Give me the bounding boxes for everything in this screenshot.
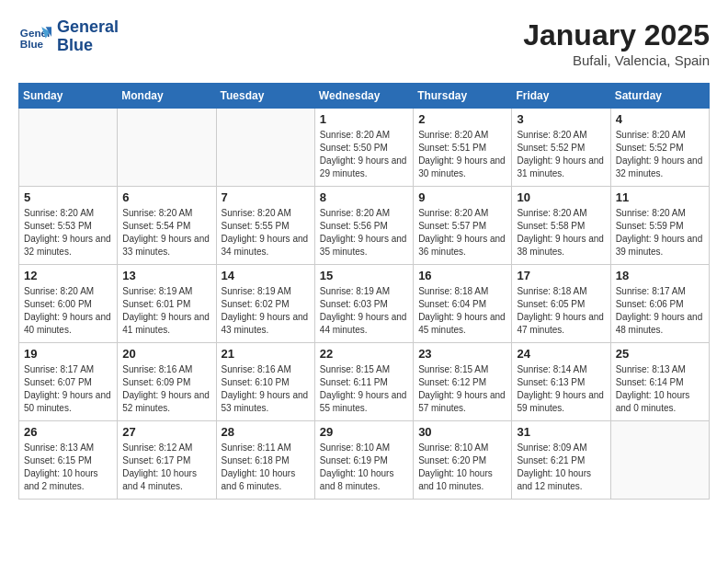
calendar-cell: 17Sunrise: 8:18 AM Sunset: 6:05 PM Dayli…	[512, 265, 610, 343]
day-info: Sunrise: 8:18 AM Sunset: 6:04 PM Dayligh…	[418, 285, 506, 337]
calendar-cell: 24Sunrise: 8:14 AM Sunset: 6:13 PM Dayli…	[512, 343, 610, 421]
calendar-cell: 10Sunrise: 8:20 AM Sunset: 5:58 PM Dayli…	[512, 187, 610, 265]
calendar-cell: 21Sunrise: 8:16 AM Sunset: 6:10 PM Dayli…	[216, 343, 314, 421]
day-number: 6	[122, 190, 210, 204]
day-info: Sunrise: 8:20 AM Sunset: 5:56 PM Dayligh…	[320, 207, 408, 259]
month-title: January 2025	[523, 18, 710, 52]
day-number: 28	[222, 425, 310, 439]
calendar-cell	[216, 109, 314, 187]
calendar-cell	[118, 109, 216, 187]
calendar-cell: 29Sunrise: 8:10 AM Sunset: 6:19 PM Dayli…	[314, 421, 413, 500]
calendar-cell: 4Sunrise: 8:20 AM Sunset: 5:52 PM Daylig…	[610, 109, 709, 187]
day-info: Sunrise: 8:11 AM Sunset: 6:18 PM Dayligh…	[222, 442, 310, 493]
calendar-cell: 8Sunrise: 8:20 AM Sunset: 5:56 PM Daylig…	[314, 187, 413, 265]
week-row-3: 12Sunrise: 8:20 AM Sunset: 6:00 PM Dayli…	[19, 265, 710, 343]
week-row-4: 19Sunrise: 8:17 AM Sunset: 6:07 PM Dayli…	[19, 343, 710, 421]
day-number: 13	[122, 269, 210, 282]
day-number: 30	[418, 425, 506, 439]
calendar-cell: 31Sunrise: 8:09 AM Sunset: 6:21 PM Dayli…	[512, 421, 610, 500]
day-info: Sunrise: 8:20 AM Sunset: 5:51 PM Dayligh…	[418, 129, 506, 180]
day-info: Sunrise: 8:20 AM Sunset: 5:54 PM Dayligh…	[122, 207, 210, 259]
calendar-cell: 3Sunrise: 8:20 AM Sunset: 5:52 PM Daylig…	[512, 109, 610, 187]
calendar-cell: 11Sunrise: 8:20 AM Sunset: 5:59 PM Dayli…	[610, 187, 709, 265]
day-info: Sunrise: 8:19 AM Sunset: 6:02 PM Dayligh…	[222, 285, 310, 337]
calendar-cell: 30Sunrise: 8:10 AM Sunset: 6:20 PM Dayli…	[414, 421, 512, 500]
calendar-cell: 16Sunrise: 8:18 AM Sunset: 6:04 PM Dayli…	[414, 265, 512, 343]
calendar-cell: 23Sunrise: 8:15 AM Sunset: 6:12 PM Dayli…	[414, 343, 512, 421]
calendar-cell: 7Sunrise: 8:20 AM Sunset: 5:55 PM Daylig…	[216, 187, 314, 265]
calendar-cell: 1Sunrise: 8:20 AM Sunset: 5:50 PM Daylig…	[314, 109, 413, 187]
day-number: 4	[616, 112, 704, 126]
calendar-cell: 19Sunrise: 8:17 AM Sunset: 6:07 PM Dayli…	[19, 343, 118, 421]
day-info: Sunrise: 8:10 AM Sunset: 6:19 PM Dayligh…	[320, 442, 408, 493]
day-number: 7	[222, 190, 310, 204]
day-info: Sunrise: 8:15 AM Sunset: 6:12 PM Dayligh…	[418, 363, 506, 415]
day-number: 23	[418, 347, 506, 361]
day-info: Sunrise: 8:13 AM Sunset: 6:14 PM Dayligh…	[616, 363, 704, 415]
day-header-friday: Friday	[512, 84, 610, 109]
day-number: 15	[320, 269, 408, 282]
day-info: Sunrise: 8:16 AM Sunset: 6:09 PM Dayligh…	[122, 363, 210, 415]
calendar-cell: 22Sunrise: 8:15 AM Sunset: 6:11 PM Dayli…	[314, 343, 413, 421]
day-number: 25	[616, 347, 704, 361]
day-number: 19	[24, 347, 112, 361]
day-info: Sunrise: 8:20 AM Sunset: 5:57 PM Dayligh…	[418, 207, 506, 259]
day-info: Sunrise: 8:20 AM Sunset: 5:58 PM Dayligh…	[517, 207, 605, 259]
calendar-cell: 14Sunrise: 8:19 AM Sunset: 6:02 PM Dayli…	[216, 265, 314, 343]
calendar-cell: 26Sunrise: 8:13 AM Sunset: 6:15 PM Dayli…	[19, 421, 118, 500]
day-info: Sunrise: 8:20 AM Sunset: 5:55 PM Dayligh…	[222, 207, 310, 259]
logo-icon: General Blue	[18, 20, 51, 53]
day-info: Sunrise: 8:16 AM Sunset: 6:10 PM Dayligh…	[222, 363, 310, 415]
day-info: Sunrise: 8:18 AM Sunset: 6:05 PM Dayligh…	[517, 285, 605, 337]
title-block: January 2025 Bufali, Valencia, Spain	[523, 18, 710, 68]
day-info: Sunrise: 8:15 AM Sunset: 6:11 PM Dayligh…	[320, 363, 408, 415]
day-number: 26	[24, 425, 112, 439]
day-info: Sunrise: 8:20 AM Sunset: 5:50 PM Dayligh…	[320, 129, 408, 180]
day-info: Sunrise: 8:17 AM Sunset: 6:06 PM Dayligh…	[616, 285, 704, 337]
day-number: 20	[122, 347, 210, 361]
calendar-cell: 15Sunrise: 8:19 AM Sunset: 6:03 PM Dayli…	[314, 265, 413, 343]
calendar-cell: 25Sunrise: 8:13 AM Sunset: 6:14 PM Dayli…	[610, 343, 709, 421]
week-row-1: 1Sunrise: 8:20 AM Sunset: 5:50 PM Daylig…	[19, 109, 710, 187]
calendar-header-row: SundayMondayTuesdayWednesdayThursdayFrid…	[19, 84, 710, 109]
day-info: Sunrise: 8:20 AM Sunset: 6:00 PM Dayligh…	[24, 285, 112, 337]
day-number: 22	[320, 347, 408, 361]
day-info: Sunrise: 8:20 AM Sunset: 5:53 PM Dayligh…	[24, 207, 112, 259]
calendar-cell: 6Sunrise: 8:20 AM Sunset: 5:54 PM Daylig…	[118, 187, 216, 265]
day-info: Sunrise: 8:12 AM Sunset: 6:17 PM Dayligh…	[122, 442, 210, 493]
day-info: Sunrise: 8:17 AM Sunset: 6:07 PM Dayligh…	[24, 363, 112, 415]
day-number: 2	[418, 112, 506, 126]
day-number: 8	[320, 190, 408, 204]
calendar-cell: 9Sunrise: 8:20 AM Sunset: 5:57 PM Daylig…	[414, 187, 512, 265]
day-number: 27	[122, 425, 210, 439]
day-number: 10	[517, 190, 605, 204]
day-number: 31	[517, 425, 605, 439]
calendar-cell: 27Sunrise: 8:12 AM Sunset: 6:17 PM Dayli…	[118, 421, 216, 500]
day-info: Sunrise: 8:14 AM Sunset: 6:13 PM Dayligh…	[517, 363, 605, 415]
logo: General Blue General Blue	[18, 18, 119, 55]
day-number: 29	[320, 425, 408, 439]
svg-text:Blue: Blue	[20, 37, 44, 49]
day-number: 1	[320, 112, 408, 126]
day-number: 3	[517, 112, 605, 126]
calendar-cell: 13Sunrise: 8:19 AM Sunset: 6:01 PM Dayli…	[118, 265, 216, 343]
calendar-cell: 5Sunrise: 8:20 AM Sunset: 5:53 PM Daylig…	[19, 187, 118, 265]
day-header-saturday: Saturday	[610, 84, 709, 109]
day-header-monday: Monday	[118, 84, 216, 109]
day-number: 9	[418, 190, 506, 204]
day-number: 21	[222, 347, 310, 361]
day-info: Sunrise: 8:09 AM Sunset: 6:21 PM Dayligh…	[517, 442, 605, 493]
day-header-tuesday: Tuesday	[216, 84, 314, 109]
day-info: Sunrise: 8:20 AM Sunset: 5:59 PM Dayligh…	[616, 207, 704, 259]
calendar-cell: 12Sunrise: 8:20 AM Sunset: 6:00 PM Dayli…	[19, 265, 118, 343]
day-number: 17	[517, 269, 605, 282]
day-info: Sunrise: 8:20 AM Sunset: 5:52 PM Dayligh…	[517, 129, 605, 180]
day-number: 18	[616, 269, 704, 282]
calendar-cell: 20Sunrise: 8:16 AM Sunset: 6:09 PM Dayli…	[118, 343, 216, 421]
day-info: Sunrise: 8:19 AM Sunset: 6:01 PM Dayligh…	[122, 285, 210, 337]
calendar-cell: 2Sunrise: 8:20 AM Sunset: 5:51 PM Daylig…	[414, 109, 512, 187]
calendar-cell: 18Sunrise: 8:17 AM Sunset: 6:06 PM Dayli…	[610, 265, 709, 343]
day-number: 5	[24, 190, 112, 204]
calendar-table: SundayMondayTuesdayWednesdayThursdayFrid…	[18, 83, 710, 500]
week-row-5: 26Sunrise: 8:13 AM Sunset: 6:15 PM Dayli…	[19, 421, 710, 500]
